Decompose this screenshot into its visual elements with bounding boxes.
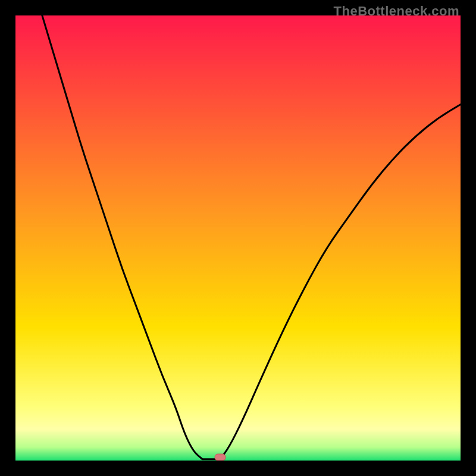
chart-svg <box>15 15 461 461</box>
plot-area <box>15 15 461 461</box>
gradient-background <box>15 15 461 461</box>
watermark-text: TheBottleneck.com <box>334 4 459 19</box>
chart-frame: TheBottleneck.com <box>0 0 476 476</box>
optimum-marker <box>215 454 226 461</box>
